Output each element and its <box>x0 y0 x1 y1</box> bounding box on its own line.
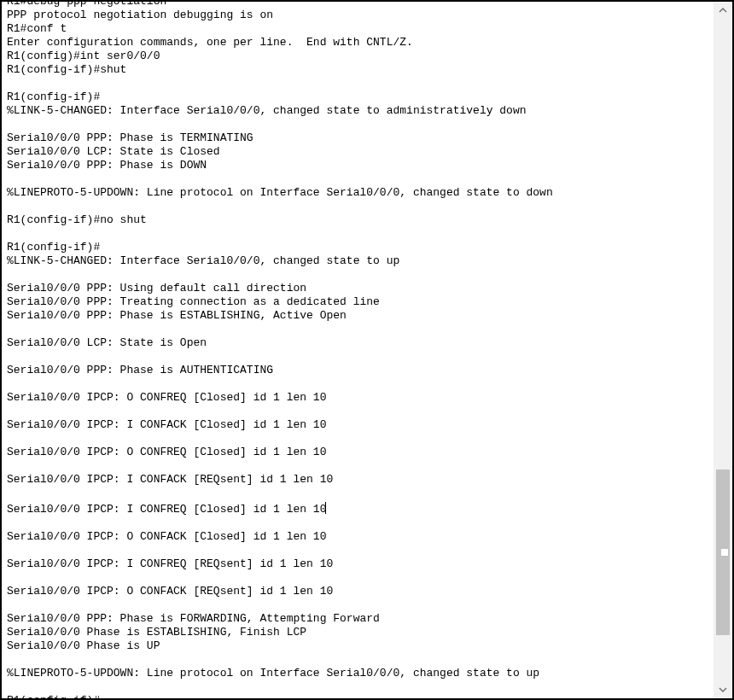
terminal-line <box>7 323 712 336</box>
terminal-line: R1(config-if)#shut <box>7 63 712 77</box>
terminal-line: Serial0/0/0 PPP: Phase is TERMINATING <box>7 131 712 145</box>
terminal-line: %LINEPROTO-5-UPDOWN: Line protocol on In… <box>7 186 712 200</box>
terminal-window: R1#debug ppp negotiationPPP protocol neg… <box>0 0 734 700</box>
text-cursor <box>325 502 326 514</box>
terminal-line <box>7 227 712 241</box>
scroll-down-button[interactable] <box>714 681 732 698</box>
terminal-line <box>7 653 712 667</box>
terminal-line: Serial0/0/0 PPP: Phase is DOWN <box>7 159 712 172</box>
terminal-line: R1(config-if)#no shut <box>7 213 712 227</box>
terminal-line: Serial0/0/0 PPP: Phase is FORWARDING, At… <box>7 612 712 626</box>
terminal-line: R1#conf t <box>7 22 712 36</box>
scroll-track[interactable] <box>714 19 732 681</box>
terminal-line <box>7 432 712 446</box>
terminal-line: Serial0/0/0 PPP: Using default call dire… <box>7 282 712 295</box>
terminal-line <box>7 487 712 500</box>
terminal-line: Serial0/0/0 PPP: Phase is ESTABLISHING, … <box>7 309 712 323</box>
terminal-line: R1(config-if)# <box>7 90 712 104</box>
terminal-line: R1#debug ppp negotiation <box>7 2 712 9</box>
terminal-line <box>7 405 712 418</box>
terminal-line: R1(config)#int ser0/0/0 <box>7 50 712 63</box>
terminal-line <box>7 598 712 612</box>
terminal-line: %LINEPROTO-5-UPDOWN: Line protocol on In… <box>7 667 712 680</box>
terminal-line: Serial0/0/0 IPCP: I CONFACK [Closed] id … <box>7 418 712 432</box>
terminal-line: PPP protocol negotiation debugging is on <box>7 9 712 22</box>
terminal-line <box>7 118 712 131</box>
vertical-scrollbar[interactable] <box>714 2 732 698</box>
terminal-line <box>7 200 712 213</box>
terminal-line <box>7 377 712 391</box>
terminal-line <box>7 268 712 282</box>
terminal-line: Serial0/0/0 LCP: State is Closed <box>7 145 712 159</box>
terminal-line <box>7 516 712 530</box>
terminal-line <box>7 350 712 364</box>
chevron-down-icon <box>719 685 727 694</box>
terminal-line <box>7 77 712 90</box>
terminal-line: Serial0/0/0 IPCP: I CONFREQ [Closed] id … <box>7 500 712 516</box>
terminal-line: Serial0/0/0 IPCP: O CONFACK [REQsent] id… <box>7 585 712 598</box>
terminal-line: Serial0/0/0 Phase is ESTABLISHING, Finis… <box>7 626 712 639</box>
scroll-up-button[interactable] <box>714 2 732 19</box>
terminal-line: Serial0/0/0 IPCP: O CONFREQ [Closed] id … <box>7 391 712 405</box>
scroll-thumb[interactable] <box>716 470 730 635</box>
terminal-output[interactable]: R1#debug ppp negotiationPPP protocol neg… <box>7 2 712 698</box>
terminal-line: Serial0/0/0 LCP: State is Open <box>7 336 712 350</box>
terminal-line <box>7 172 712 186</box>
terminal-line: Serial0/0/0 PPP: Phase is AUTHENTICATING <box>7 364 712 377</box>
terminal-viewport: R1#debug ppp negotiationPPP protocol neg… <box>2 2 712 698</box>
chevron-up-icon <box>719 6 727 15</box>
terminal-line: Serial0/0/0 PPP: Treating connection as … <box>7 295 712 309</box>
terminal-line: %LINK-5-CHANGED: Interface Serial0/0/0, … <box>7 254 712 268</box>
terminal-line <box>7 544 712 557</box>
terminal-line: Serial0/0/0 IPCP: I CONFACK [REQsent] id… <box>7 473 712 487</box>
terminal-line <box>7 680 712 694</box>
terminal-line: Serial0/0/0 Phase is UP <box>7 639 712 653</box>
terminal-line: Enter configuration commands, one per li… <box>7 36 712 50</box>
terminal-line: R1(config-if)# <box>7 694 712 698</box>
terminal-line: %LINK-5-CHANGED: Interface Serial0/0/0, … <box>7 104 712 118</box>
terminal-line: Serial0/0/0 IPCP: O CONFACK [Closed] id … <box>7 530 712 544</box>
terminal-line: Serial0/0/0 IPCP: O CONFREQ [Closed] id … <box>7 446 712 459</box>
terminal-line: Serial0/0/0 IPCP: I CONFREQ [REQsent] id… <box>7 557 712 571</box>
terminal-line <box>7 571 712 585</box>
terminal-line <box>7 459 712 473</box>
terminal-line: R1(config-if)# <box>7 241 712 254</box>
